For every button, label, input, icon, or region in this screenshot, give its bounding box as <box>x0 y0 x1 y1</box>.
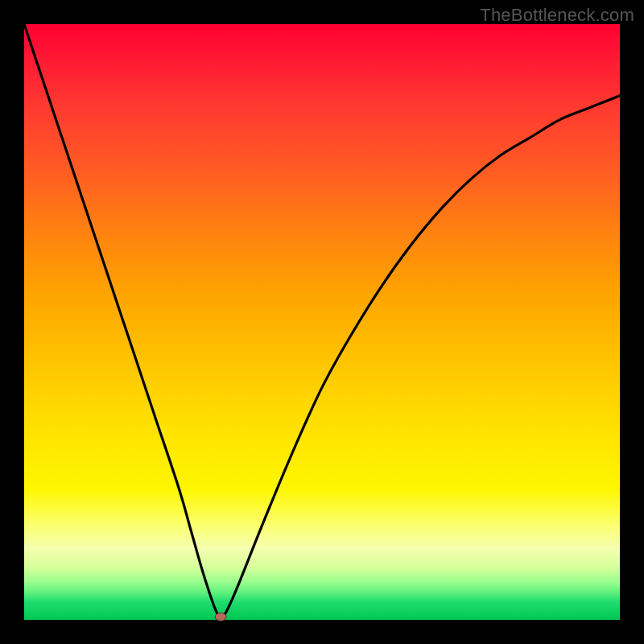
plot-area <box>24 24 620 620</box>
watermark-label: TheBottleneck.com <box>480 5 634 26</box>
chart-frame: TheBottleneck.com <box>0 0 644 644</box>
minimum-marker <box>215 613 226 621</box>
bottleneck-curve <box>24 24 620 620</box>
